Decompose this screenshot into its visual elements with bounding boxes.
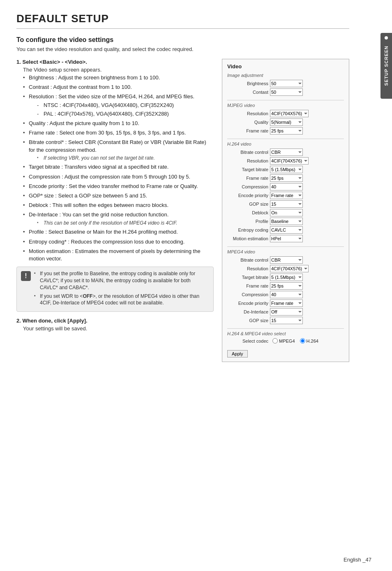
- mjpeg-resolution-row: Resolution 4CIF(704X576): [227, 110, 344, 117]
- step-2: 2. When done, click [Apply]. Your settin…: [16, 318, 214, 332]
- contrast-select[interactable]: 50: [270, 88, 303, 96]
- mpeg4-deinterlace-row: De-Interlace Off: [227, 308, 344, 316]
- h264-resolution-label: Resolution: [227, 158, 268, 163]
- h264-radio[interactable]: [300, 338, 305, 344]
- mpeg4-compression-select[interactable]: 40: [270, 291, 303, 298]
- page-title: DEFAULT SETUP: [16, 12, 349, 29]
- mpeg4-encode-priority-label: Encode priority: [227, 301, 268, 306]
- mpeg4-label: MPEG4 video: [227, 249, 344, 254]
- mjpeg-resolution-select[interactable]: 4CIF(704X576): [270, 110, 309, 117]
- mjpeg-framerate-label: Frame rate: [227, 128, 268, 133]
- bullet-quality: Quality : Adjust the picture quality fro…: [23, 120, 214, 127]
- brightness-label: Brightness: [227, 81, 268, 86]
- deinterlace-note: This can be set only if the resolution o…: [37, 220, 214, 227]
- divider-4: [227, 328, 344, 329]
- bitrate-note-list: If selecting VBR, you can not set the ta…: [37, 155, 214, 162]
- mpeg4-radio-item[interactable]: MPEG4: [272, 338, 295, 344]
- codec-select-text: Select codec: [227, 339, 268, 344]
- h264-motion-row: Motion estimation HPel: [227, 235, 344, 242]
- step-1-sub: The Video setup screen appears.: [23, 67, 214, 73]
- apply-button[interactable]: Apply: [227, 350, 248, 357]
- h264-compression-label: Compression: [227, 184, 268, 189]
- h264-profile-select[interactable]: Baseline: [270, 218, 303, 225]
- section-heading: To configure the video settings: [16, 36, 349, 44]
- h264-framerate-label: Frame rate: [227, 176, 268, 181]
- mpeg4-target-bitrate-row: Target bitrate 5 (1.5Mbps): [227, 274, 344, 281]
- bullet-deblock: Deblock : This will soften the edges bet…: [23, 202, 214, 209]
- mjpeg-resolution-label: Resolution: [227, 111, 268, 116]
- mpeg4-encode-priority-select[interactable]: Frame rate: [270, 299, 303, 307]
- warning-content: If you set the profile to Baseline, the …: [34, 270, 209, 308]
- mpeg4-framerate-select[interactable]: 25 fps: [270, 282, 303, 290]
- mpeg4-radio[interactable]: [272, 338, 278, 344]
- h264-profile-label: Profile: [227, 219, 268, 224]
- h264-gop-select[interactable]: 15: [270, 200, 303, 208]
- mpeg4-compression-label: Compression: [227, 292, 268, 297]
- h264-deblock-row: Deblock On: [227, 209, 344, 216]
- tab-dot: [385, 36, 388, 39]
- bullet-entropy: Entropy coding* : Reduces the compressio…: [23, 238, 214, 246]
- mpeg4-target-bitrate-label: Target bitrate: [227, 275, 268, 280]
- instructions-column: 1. Select <Basic> - <Video>. The Video s…: [16, 59, 214, 337]
- h264-compression-select[interactable]: 40: [270, 183, 303, 190]
- bullet-resolution: Resolution : Set the video size of the M…: [23, 93, 214, 118]
- bullet-compression: Compression : Adjust the compression rat…: [23, 173, 214, 181]
- brightness-select[interactable]: 50: [270, 80, 303, 87]
- h264-label: H.264 video: [227, 142, 344, 146]
- divider-2: [227, 139, 344, 139]
- h264-target-bitrate-label: Target bitrate: [227, 167, 268, 172]
- resolution-ntsc: NTSC : 4CIF(704x480), VGA(640X480), CIF(…: [35, 102, 214, 109]
- h264-entropy-row: Entropy coding CAVLC: [227, 226, 344, 234]
- bullet-target-bitrate: Target bitrate : Transfers video signal …: [23, 163, 214, 171]
- h264-motion-label: Motion estimation: [227, 236, 268, 241]
- h264-profile-row: Profile Baseline: [227, 218, 344, 225]
- mjpeg-quality-select[interactable]: 5(Normal): [270, 118, 303, 126]
- mpeg4-compression-row: Compression 40: [227, 291, 344, 298]
- mpeg4-deinterlace-select[interactable]: Off: [270, 308, 303, 316]
- mpeg4-resolution-select[interactable]: 4CIF(704X576): [270, 265, 309, 272]
- bullet-gop: GOP* size : Select a GOP size between 5 …: [23, 192, 214, 200]
- deinterlace-note-list: This can be set only if the resolution o…: [37, 220, 214, 227]
- mpeg4-gop-row: GOP size 15: [227, 317, 344, 324]
- h264-entropy-select[interactable]: CAVLC: [270, 226, 303, 234]
- page-container: SETUP SCREEN DEFAULT SETUP To configure …: [0, 0, 392, 571]
- h264-encode-priority-row: Encode priority Frame rate: [227, 192, 344, 199]
- mjpeg-section: MJPEG video Resolution 4CIF(704X576) Qua…: [227, 103, 344, 135]
- image-adjustment-label: Image adjustment: [227, 73, 344, 78]
- mpeg4-target-bitrate-select[interactable]: 5 (1.5Mbps): [270, 274, 303, 281]
- codec-select-label: H.264 & MPEG4 video select: [227, 331, 344, 336]
- bullet-brightness: Brightness : Adjust the screen brightnes…: [23, 74, 214, 81]
- h264-resolution-select[interactable]: 4CIF(704X576): [270, 157, 309, 165]
- mjpeg-label: MJPEG video: [227, 103, 344, 108]
- h264-motion-select[interactable]: HPel: [270, 235, 303, 242]
- step-2-number: 2.: [16, 318, 21, 324]
- h264-resolution-row: Resolution 4CIF(704X576): [227, 157, 344, 165]
- mjpeg-framerate-select[interactable]: 25 fps: [270, 127, 303, 135]
- codec-select-row: Select codec MPEG4 H.264: [227, 338, 344, 344]
- h264-entropy-label: Entropy coding: [227, 227, 268, 232]
- h264-bitrate-select[interactable]: CBR: [270, 149, 303, 156]
- h264-framerate-select[interactable]: 25 fps: [270, 174, 303, 182]
- mpeg4-bitrate-select[interactable]: CBR: [270, 256, 303, 264]
- h264-target-bitrate-select[interactable]: 5 (1.5Mbps): [270, 166, 303, 173]
- mpeg4-gop-select[interactable]: 15: [270, 317, 303, 324]
- h264-encode-priority-select[interactable]: Frame rate: [270, 192, 303, 199]
- divider-3: [227, 246, 344, 247]
- mpeg4-resolution-label: Resolution: [227, 266, 268, 271]
- video-panel: Video Image adjustment Brightness 50 Con…: [222, 59, 349, 362]
- mpeg4-bitrate-row: Bitrate control CBR: [227, 256, 344, 264]
- resolution-sub-list: NTSC : 4CIF(704x480), VGA(640X480), CIF(…: [35, 102, 214, 118]
- h264-radio-item[interactable]: H.264: [300, 338, 318, 344]
- mjpeg-framerate-row: Frame rate 25 fps: [227, 127, 344, 135]
- mjpeg-quality-label: Quality: [227, 120, 268, 125]
- warning-1: If you set the profile to Baseline, the …: [34, 270, 209, 291]
- step-1-number: 1.: [16, 59, 21, 65]
- h264-deblock-select[interactable]: On: [270, 209, 303, 216]
- h264-compression-row: Compression 40: [227, 183, 344, 190]
- bullet-bitrate-control: Bitrate control* : Select CBR (Constant …: [23, 139, 214, 161]
- brightness-row: Brightness 50: [227, 80, 344, 87]
- codec-select-section: H.264 & MPEG4 video select Select codec …: [227, 331, 344, 344]
- section-description: You can set the video resolution and qua…: [16, 46, 349, 52]
- image-adjustment-section: Image adjustment Brightness 50 Contast 5…: [227, 73, 344, 96]
- h264-deblock-label: Deblock: [227, 210, 268, 215]
